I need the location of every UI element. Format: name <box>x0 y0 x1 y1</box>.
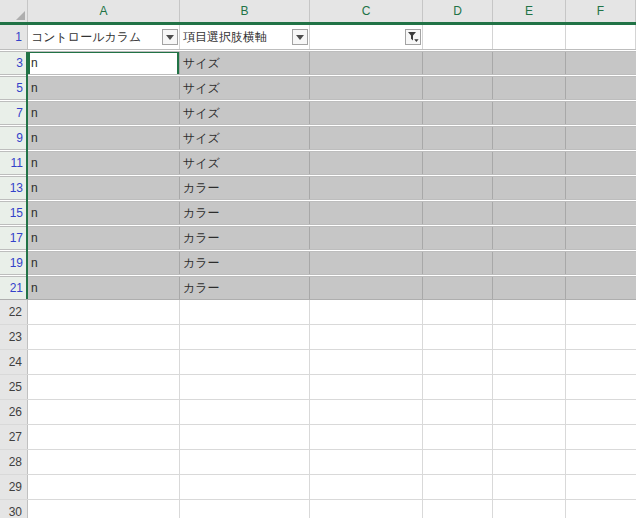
cell-e23[interactable] <box>493 325 566 349</box>
cell-d27[interactable] <box>423 425 493 449</box>
cell-d13[interactable] <box>423 177 493 199</box>
cell-a25[interactable] <box>28 375 180 399</box>
cell-d11[interactable] <box>423 152 493 174</box>
cell-a30[interactable] <box>28 500 180 518</box>
column-header-d[interactable]: D <box>423 0 493 22</box>
cell-d28[interactable] <box>423 450 493 474</box>
cell-b15[interactable]: カラー <box>180 202 310 224</box>
row-header-29[interactable]: 29 <box>0 475 28 499</box>
row-header-17[interactable]: 17 <box>0 227 28 249</box>
cell-b25[interactable] <box>180 375 310 399</box>
cell-a15[interactable]: n <box>28 202 180 224</box>
cell-b27[interactable] <box>180 425 310 449</box>
cell-c29[interactable] <box>310 475 423 499</box>
cell-e21[interactable] <box>493 277 566 299</box>
cell-f13[interactable] <box>566 177 636 199</box>
cell-a27[interactable] <box>28 425 180 449</box>
cell-c28[interactable] <box>310 450 423 474</box>
row-header-7[interactable]: 7 <box>0 102 28 124</box>
row-header-3[interactable]: 3 <box>0 52 28 74</box>
column-header-e[interactable]: E <box>493 0 566 22</box>
cell-b5[interactable]: サイズ <box>180 77 310 99</box>
row-header-28[interactable]: 28 <box>0 450 28 474</box>
cell-e11[interactable] <box>493 152 566 174</box>
cell-f28[interactable] <box>566 450 636 474</box>
cell-a1[interactable]: コントロールカラム <box>28 25 180 49</box>
cell-b17[interactable]: カラー <box>180 227 310 249</box>
cell-d3[interactable] <box>423 52 493 74</box>
cell-c26[interactable] <box>310 400 423 424</box>
row-header-27[interactable]: 27 <box>0 425 28 449</box>
cell-e25[interactable] <box>493 375 566 399</box>
cell-d23[interactable] <box>423 325 493 349</box>
cell-e30[interactable] <box>493 500 566 518</box>
cell-c25[interactable] <box>310 375 423 399</box>
cell-c22[interactable] <box>310 300 423 324</box>
column-header-f[interactable]: F <box>566 0 636 22</box>
cell-f21[interactable] <box>566 277 636 299</box>
cell-b26[interactable] <box>180 400 310 424</box>
column-header-b[interactable]: B <box>180 0 310 22</box>
cell-e17[interactable] <box>493 227 566 249</box>
row-header-5[interactable]: 5 <box>0 77 28 99</box>
row-header-11[interactable]: 11 <box>0 152 28 174</box>
cell-c3[interactable] <box>310 52 423 74</box>
cell-e24[interactable] <box>493 350 566 374</box>
cell-b28[interactable] <box>180 450 310 474</box>
cell-d24[interactable] <box>423 350 493 374</box>
cell-a19[interactable]: n <box>28 252 180 274</box>
cell-c13[interactable] <box>310 177 423 199</box>
cell-f25[interactable] <box>566 375 636 399</box>
cell-c17[interactable] <box>310 227 423 249</box>
cell-d25[interactable] <box>423 375 493 399</box>
cell-f15[interactable] <box>566 202 636 224</box>
cell-b19[interactable]: カラー <box>180 252 310 274</box>
cell-c24[interactable] <box>310 350 423 374</box>
cell-c21[interactable] <box>310 277 423 299</box>
cell-c11[interactable] <box>310 152 423 174</box>
cell-d22[interactable] <box>423 300 493 324</box>
filter-dropdown-button-a1[interactable] <box>162 29 178 45</box>
cell-c19[interactable] <box>310 252 423 274</box>
cell-d17[interactable] <box>423 227 493 249</box>
cell-f23[interactable] <box>566 325 636 349</box>
cell-f27[interactable] <box>566 425 636 449</box>
cell-b1[interactable]: 項目選択肢横軸 <box>180 25 310 49</box>
cell-e9[interactable] <box>493 127 566 149</box>
cell-b7[interactable]: サイズ <box>180 102 310 124</box>
row-header-26[interactable]: 26 <box>0 400 28 424</box>
cell-b30[interactable] <box>180 500 310 518</box>
filter-applied-button-c1[interactable] <box>405 29 421 45</box>
cell-a22[interactable] <box>28 300 180 324</box>
cell-f19[interactable] <box>566 252 636 274</box>
cell-a11[interactable]: n <box>28 152 180 174</box>
cell-f3[interactable] <box>566 52 636 74</box>
cell-b21[interactable]: カラー <box>180 277 310 299</box>
cell-a9[interactable]: n <box>28 127 180 149</box>
cell-c30[interactable] <box>310 500 423 518</box>
cell-c15[interactable] <box>310 202 423 224</box>
cell-d15[interactable] <box>423 202 493 224</box>
cell-e27[interactable] <box>493 425 566 449</box>
row-header-1[interactable]: 1 <box>0 25 28 49</box>
cell-a3-active[interactable]: n <box>28 52 180 74</box>
cell-f22[interactable] <box>566 300 636 324</box>
row-header-22[interactable]: 22 <box>0 300 28 324</box>
cell-c5[interactable] <box>310 77 423 99</box>
cell-d29[interactable] <box>423 475 493 499</box>
cell-e28[interactable] <box>493 450 566 474</box>
row-header-19[interactable]: 19 <box>0 252 28 274</box>
row-header-24[interactable]: 24 <box>0 350 28 374</box>
cell-c27[interactable] <box>310 425 423 449</box>
cell-f11[interactable] <box>566 152 636 174</box>
cell-a7[interactable]: n <box>28 102 180 124</box>
cell-c1[interactable] <box>310 25 423 49</box>
cell-a29[interactable] <box>28 475 180 499</box>
column-header-a[interactable]: A <box>28 0 180 22</box>
filter-dropdown-button-b1[interactable] <box>292 29 308 45</box>
cell-f24[interactable] <box>566 350 636 374</box>
cell-e13[interactable] <box>493 177 566 199</box>
cell-b9[interactable]: サイズ <box>180 127 310 149</box>
cell-f7[interactable] <box>566 102 636 124</box>
cell-d7[interactable] <box>423 102 493 124</box>
